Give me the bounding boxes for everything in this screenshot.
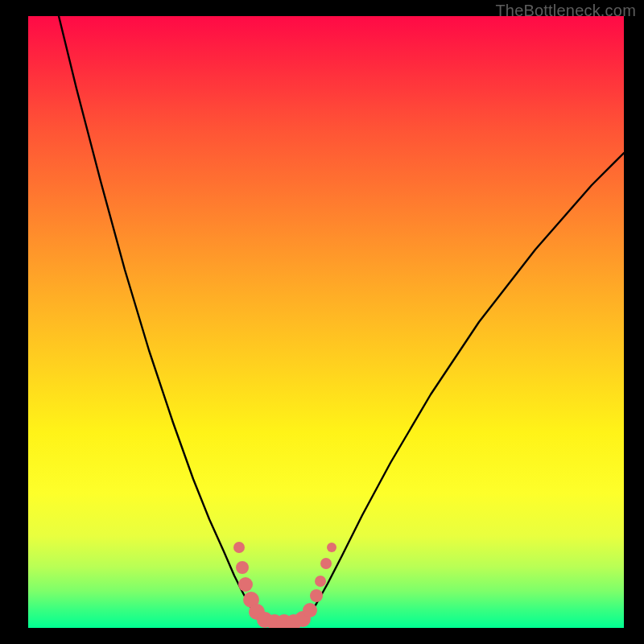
data-point (327, 543, 336, 552)
chart-frame: TheBottleneck.com (0, 0, 644, 644)
data-point (315, 576, 326, 587)
data-point-markers (233, 542, 336, 628)
data-point (238, 577, 253, 592)
bottleneck-curve (59, 16, 624, 621)
data-point (320, 558, 332, 569)
watermark-text: TheBottleneck.com (495, 2, 636, 20)
bottleneck-curves (59, 16, 624, 621)
plot-area (28, 16, 624, 628)
data-point (233, 542, 245, 553)
chart-overlay (28, 16, 624, 628)
data-point (236, 561, 249, 574)
data-point (310, 589, 323, 602)
data-point (303, 603, 317, 617)
